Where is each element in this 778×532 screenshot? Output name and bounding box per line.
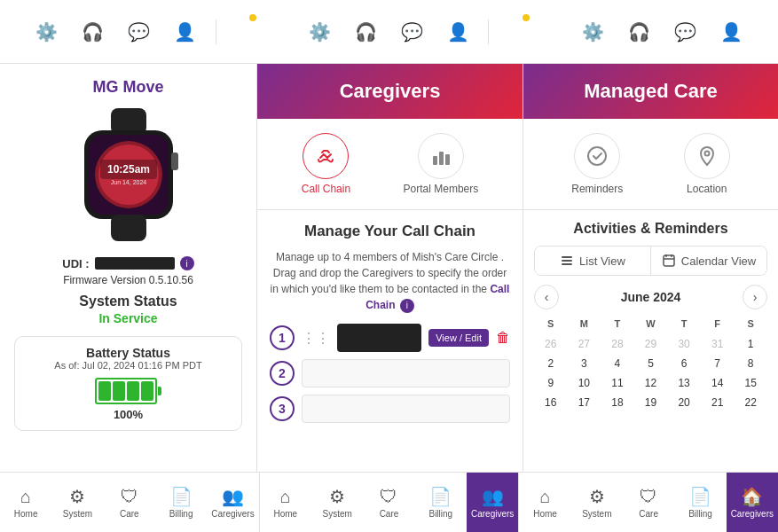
system-label-1: System [63, 509, 92, 519]
cal-cell[interactable]: 12 [634, 373, 668, 393]
cal-cell[interactable]: 21 [701, 393, 735, 412]
home-icon-1: ⌂ [20, 487, 31, 507]
chat-icon-2[interactable]: 💬 [399, 20, 424, 44]
cal-cell[interactable]: 15 [734, 373, 767, 393]
call-chain-title: Manage Your Call Chain [270, 223, 510, 240]
cal-cell[interactable]: 17 [568, 393, 601, 412]
nav-caregivers-2[interactable]: 👥 Caregivers [467, 473, 518, 532]
person-icon-2[interactable]: 👤 [445, 20, 470, 44]
nav-billing-2[interactable]: 📄 Billing [415, 473, 467, 532]
cal-cell[interactable]: 14 [701, 373, 735, 393]
headset-icon-1[interactable]: 🎧 [81, 20, 106, 44]
cal-cell[interactable]: 4 [601, 354, 634, 373]
svg-rect-15 [562, 256, 572, 258]
chain-item-3: 3 [270, 395, 510, 423]
care-label-1: Care [120, 509, 139, 519]
nav-section-2: ⌂ Home ⚙ System 🛡 Care 📄 Billing 👥 Careg… [260, 473, 519, 532]
nav-care-1[interactable]: 🛡 Care [104, 473, 155, 532]
nav-billing-1[interactable]: 📄 Billing [155, 473, 207, 532]
cal-cell[interactable]: 11 [601, 373, 634, 393]
cal-cell[interactable]: 29 [634, 334, 668, 354]
cal-cell[interactable]: 2 [534, 354, 568, 373]
nav-billing-3[interactable]: 📄 Billing [674, 473, 726, 532]
caregivers-icon-3: 🏠 [741, 486, 763, 507]
cal-cell[interactable]: 8 [734, 354, 767, 373]
cal-cell[interactable]: 10 [568, 373, 601, 393]
call-chain-info-icon[interactable]: i [400, 299, 414, 313]
nav-caregivers-3[interactable]: 🏠 Caregivers [727, 473, 778, 532]
nav-home-1[interactable]: ⌂ Home [0, 473, 51, 532]
billing-label-2: Billing [428, 509, 452, 519]
delete-icon-1[interactable]: 🗑 [496, 330, 510, 346]
gear-icon-2[interactable]: ⚙️ [307, 20, 332, 44]
calendar-view-btn[interactable]: Calendar View [651, 246, 766, 275]
nav-system-1[interactable]: ⚙ System [51, 473, 103, 532]
nav-home-2[interactable]: ⌂ Home [260, 473, 311, 532]
prev-month-btn[interactable]: ‹ [534, 285, 559, 309]
list-view-btn[interactable]: List View [535, 246, 650, 275]
svg-rect-8 [111, 215, 146, 241]
day-header-m: M [568, 317, 601, 331]
battery-box: Battery Status As of: Jul 02, 2024 01:16… [14, 336, 242, 431]
right-panel: Managed Care Reminders Loc [523, 64, 778, 472]
portal-members-label: Portal Members [404, 183, 479, 195]
person-icon-3[interactable]: 👤 [719, 20, 743, 44]
nav-system-2[interactable]: ⚙ System [311, 473, 363, 532]
system-icon-2: ⚙ [329, 486, 345, 507]
cal-cell[interactable]: 13 [667, 373, 701, 393]
info-icon[interactable]: i [180, 256, 194, 270]
next-month-btn[interactable]: › [743, 285, 767, 309]
icon-group-2: ⚙️ 🎧 💬 👤 [289, 20, 489, 44]
portal-members-icon-item[interactable]: Portal Members [404, 133, 479, 195]
cal-cell[interactable]: 18 [601, 393, 634, 412]
gear-icon-3[interactable]: ⚙️ [580, 20, 605, 44]
cal-cell[interactable]: 9 [534, 373, 568, 393]
calendar-nav: ‹ June 2024 › [534, 285, 767, 309]
cal-cell[interactable]: 7 [701, 354, 735, 373]
nav-home-3[interactable]: ⌂ Home [519, 473, 570, 532]
cal-cell[interactable]: 3 [568, 354, 601, 373]
nav-care-2[interactable]: 🛡 Care [363, 473, 414, 532]
system-label-2: System [322, 509, 351, 519]
view-edit-btn-1[interactable]: View / Edit [428, 329, 489, 347]
location-icon-item[interactable]: Location [684, 133, 730, 195]
cal-cell[interactable]: 20 [667, 393, 701, 412]
cal-cell[interactable]: 5 [634, 354, 668, 373]
nav-care-3[interactable]: 🛡 Care [623, 473, 674, 532]
svg-rect-10 [433, 156, 437, 165]
call-chain-icon-item[interactable]: Call Chain [302, 133, 350, 195]
call-chain-section: Manage Your Call Chain Manage up to 4 me… [257, 210, 523, 472]
nav-system-3[interactable]: ⚙ System [571, 473, 623, 532]
chat-icon-3[interactable]: 💬 [672, 20, 697, 44]
activities-section: Activities & Reminders List View Calenda… [523, 210, 778, 472]
cal-cell[interactable]: 22 [734, 393, 767, 412]
left-panel: MG Move 10:25am Jun 14, 2024 [0, 64, 257, 472]
chat-icon-1[interactable]: 💬 [127, 20, 152, 44]
care-label-3: Care [639, 509, 658, 519]
cal-cell[interactable]: 16 [534, 393, 568, 412]
headset-icon-3[interactable]: 🎧 [626, 20, 651, 44]
care-label-2: Care [380, 509, 399, 519]
cal-cell[interactable]: 31 [701, 334, 735, 354]
chain-num-1: 1 [270, 325, 295, 350]
svg-rect-11 [439, 152, 444, 165]
cal-cell[interactable]: 30 [667, 334, 701, 354]
cal-cell[interactable]: 1 [734, 334, 767, 354]
reminders-label: Reminders [571, 183, 623, 195]
cal-cell[interactable]: 28 [601, 334, 634, 354]
cal-cell[interactable]: 27 [568, 334, 601, 354]
cal-cell[interactable]: 6 [667, 354, 701, 373]
headset-icon-2[interactable]: 🎧 [353, 20, 378, 44]
gear-icon-1[interactable]: ⚙️ [35, 20, 59, 44]
drag-handle-1[interactable]: ⋮⋮ [302, 330, 330, 347]
cal-cell[interactable]: 19 [634, 393, 668, 412]
reminders-icon-item[interactable]: Reminders [571, 133, 623, 195]
cal-cell[interactable]: 26 [534, 334, 568, 354]
cal-week-1: 26 27 28 29 30 31 1 [534, 334, 767, 354]
chain-empty-2 [302, 359, 510, 387]
person-icon-1[interactable]: 👤 [173, 20, 198, 44]
main-content: MG Move 10:25am Jun 14, 2024 [0, 64, 778, 472]
cal-week-4: 16 17 18 19 20 21 22 [534, 393, 767, 412]
day-header-w: W [634, 317, 668, 331]
nav-caregivers-1[interactable]: 👥 Caregivers [207, 473, 258, 532]
